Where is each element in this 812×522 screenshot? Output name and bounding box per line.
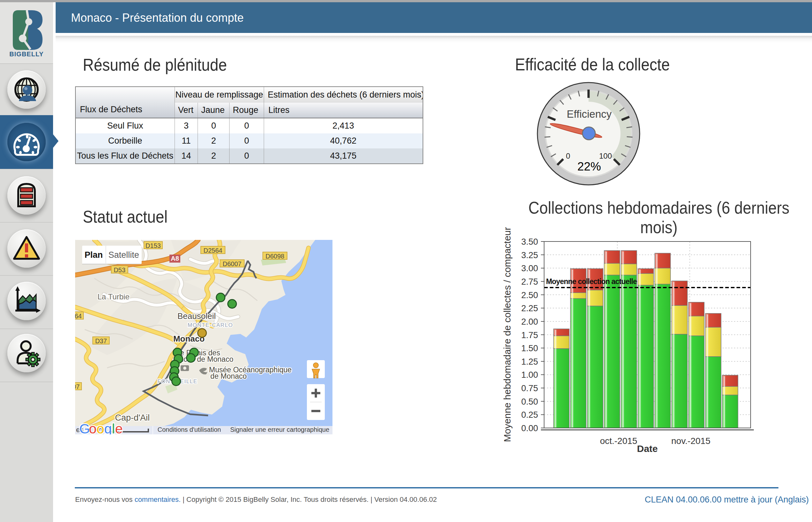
- svg-text:0.00: 0.00: [521, 423, 538, 433]
- svg-text:nov.-2015: nov.-2015: [671, 436, 710, 446]
- svg-text:Satellite: Satellite: [108, 250, 139, 260]
- svg-text:1.50: 1.50: [521, 343, 538, 353]
- svg-text:1.75: 1.75: [521, 330, 538, 340]
- svg-text:o: o: [89, 421, 97, 434]
- svg-text:100: 100: [599, 152, 612, 160]
- svg-text:D6007: D6007: [223, 260, 242, 267]
- svg-text:Signaler une erreur cartograph: Signaler une erreur cartographique: [230, 426, 329, 433]
- svg-text:D53: D53: [114, 266, 126, 274]
- svg-text:Conditions d'utilisation: Conditions d'utilisation: [158, 426, 221, 433]
- svg-text:22%: 22%: [577, 160, 601, 173]
- svg-text:D6098: D6098: [266, 253, 285, 260]
- svg-text:Date: Date: [637, 443, 658, 454]
- svg-text:La Turbie: La Turbie: [98, 292, 129, 301]
- svg-text:1.00: 1.00: [521, 370, 538, 380]
- svg-text:564: 564: [75, 313, 82, 320]
- svg-text:e: e: [115, 421, 123, 434]
- svg-text:1.25: 1.25: [521, 357, 538, 366]
- svg-text:D2564: D2564: [204, 247, 223, 254]
- svg-text:0: 0: [566, 152, 570, 160]
- svg-text:Efficiency: Efficiency: [567, 108, 612, 120]
- svg-text:Moyenne collection actuelle: Moyenne collection actuelle: [546, 277, 637, 286]
- svg-text:3.25: 3.25: [521, 250, 538, 260]
- svg-text:o: o: [97, 421, 104, 434]
- svg-text:de Monaco: de Monaco: [210, 372, 247, 380]
- svg-text:inces de Monaco: inces de Monaco: [178, 355, 233, 363]
- svg-text:0.75: 0.75: [521, 383, 538, 393]
- svg-text:0.25: 0.25: [521, 410, 538, 420]
- svg-text:MONTE-CARLO: MONTE-CARLO: [188, 322, 233, 328]
- svg-text:G: G: [79, 421, 90, 434]
- svg-text:3.00: 3.00: [521, 264, 538, 273]
- svg-text:A8: A8: [171, 255, 179, 262]
- svg-text:2.00: 2.00: [521, 317, 538, 326]
- svg-text:Moyenne hebdomadaire de collec: Moyenne hebdomadaire de collectes / comp…: [502, 227, 513, 442]
- svg-text:2.50: 2.50: [521, 290, 538, 300]
- svg-text:07: 07: [75, 383, 80, 390]
- svg-text:Plan: Plan: [84, 250, 103, 260]
- svg-text:D37: D37: [95, 338, 107, 344]
- svg-text:0.50: 0.50: [521, 397, 538, 406]
- svg-text:l: l: [112, 421, 115, 434]
- svg-text:3.50: 3.50: [521, 237, 538, 247]
- svg-text:2.75: 2.75: [521, 277, 538, 286]
- svg-text:Beausoleil: Beausoleil: [178, 311, 216, 321]
- svg-text:g: g: [104, 421, 112, 434]
- svg-text:D153: D153: [145, 242, 161, 249]
- svg-text:2.25: 2.25: [521, 304, 538, 313]
- svg-text:oct.-2015: oct.-2015: [600, 436, 638, 446]
